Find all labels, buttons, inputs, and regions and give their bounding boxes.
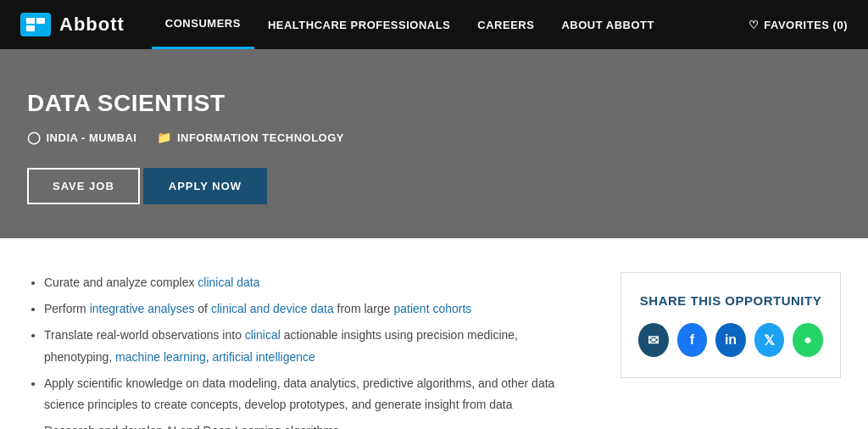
share-email-button[interactable]: ✉ <box>638 323 669 357</box>
apply-now-button[interactable]: APPLY NOW <box>143 168 267 204</box>
favorites-button[interactable]: ♡ FAVORITES (0) <box>748 19 848 31</box>
location-text: INDIA - MUMBAI <box>47 131 137 144</box>
job-actions: SAVE JOB APPLY NOW <box>27 168 841 204</box>
list-item: Translate real-world observations into c… <box>44 325 587 367</box>
share-title: SHARE THIS OPPORTUNITY <box>638 293 823 308</box>
job-title: DATA SCIENTIST <box>27 90 841 117</box>
nav-about[interactable]: ABOUT ABBOTT <box>548 0 668 49</box>
list-item: Curate and analyze complex clinical data <box>44 272 587 293</box>
list-item: Apply scientific knowledge on data model… <box>44 373 587 415</box>
heart-icon: ♡ <box>748 19 760 31</box>
logo[interactable]: Abbott <box>20 13 125 36</box>
share-twitter-button[interactable]: 𝕏 <box>754 323 785 357</box>
logo-text: Abbott <box>59 14 125 36</box>
job-description: Curate and analyze complex clinical data… <box>27 272 587 429</box>
svg-rect-1 <box>36 18 45 24</box>
share-sidebar: SHARE THIS OPPORTUNITY ✉ f in 𝕏 ● <box>620 272 841 378</box>
location-icon: ◯ <box>27 131 42 144</box>
nav-links: CONSUMERS HEALTHCARE PROFESSIONALS CAREE… <box>152 0 748 49</box>
share-whatsapp-button[interactable]: ● <box>793 323 823 357</box>
list-item: Perform integrative analyses of clinical… <box>44 298 587 320</box>
nav-careers[interactable]: CAREERS <box>464 0 548 49</box>
share-icons: ✉ f in 𝕏 ● <box>638 323 823 357</box>
job-location: ◯ INDIA - MUMBAI <box>27 131 136 144</box>
favorites-label: FAVORITES (0) <box>764 19 848 31</box>
navigation: Abbott CONSUMERS HEALTHCARE PROFESSIONAL… <box>0 0 868 49</box>
save-job-button[interactable]: SAVE JOB <box>27 168 140 204</box>
folder-icon: 📁 <box>157 131 172 144</box>
department-text: INFORMATION TECHNOLOGY <box>177 131 344 144</box>
logo-icon <box>20 13 51 36</box>
job-hero: DATA SCIENTIST ◯ INDIA - MUMBAI 📁 INFORM… <box>0 49 868 238</box>
list-item: Research and develop AI and Deep Learnin… <box>44 421 587 429</box>
share-facebook-button[interactable]: f <box>677 323 708 357</box>
job-department: 📁 INFORMATION TECHNOLOGY <box>157 131 344 144</box>
job-meta: ◯ INDIA - MUMBAI 📁 INFORMATION TECHNOLOG… <box>27 131 841 144</box>
svg-rect-0 <box>26 18 35 24</box>
svg-rect-2 <box>26 25 35 31</box>
nav-healthcare[interactable]: HEALTHCARE PROFESSIONALS <box>254 0 464 49</box>
nav-consumers[interactable]: CONSUMERS <box>152 0 254 49</box>
job-bullets: Curate and analyze complex clinical data… <box>27 272 587 429</box>
share-linkedin-button[interactable]: in <box>715 323 746 357</box>
main-content: Curate and analyze complex clinical data… <box>0 238 868 429</box>
